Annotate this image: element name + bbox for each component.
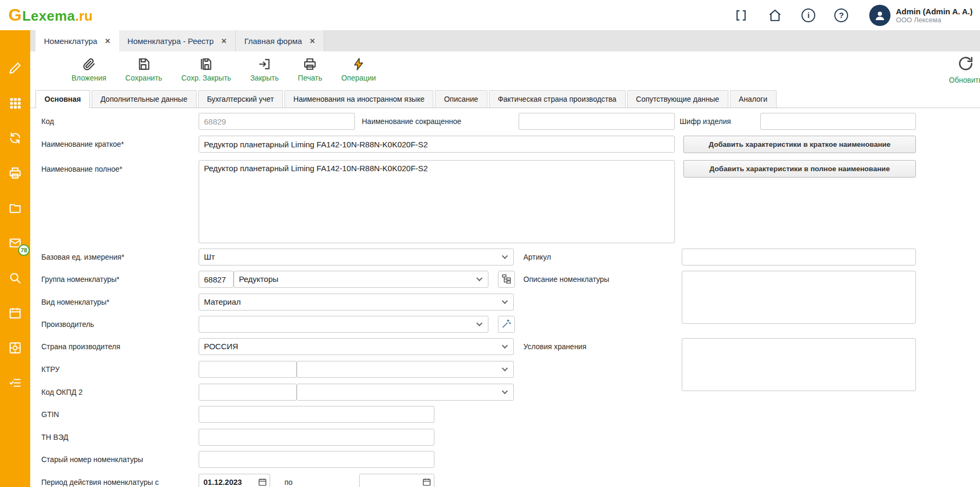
form-tab-soputstvuyushchie-dannye[interactable]: Сопутствующие данные — [627, 90, 728, 108]
sidebar-tasks-button[interactable] — [0, 377, 30, 391]
old-number-input[interactable] — [199, 451, 434, 468]
sidebar-edit-button[interactable] — [0, 62, 30, 76]
help-icon[interactable]: ? — [834, 8, 848, 22]
short-name-input[interactable] — [519, 113, 675, 130]
sidebar-search-button[interactable] — [0, 272, 30, 286]
ktru-code-input[interactable] — [199, 361, 297, 378]
close-tab-icon[interactable]: ✕ — [221, 37, 227, 45]
form-tab-buhgalterskiy-uchet[interactable]: Бухгалтерский учет — [198, 90, 283, 108]
save-button[interactable]: Сохранить — [126, 57, 163, 82]
close-tab-icon[interactable]: ✕ — [309, 37, 315, 45]
form-tab-osnovnaya[interactable]: Основная — [35, 90, 90, 108]
paperclip-icon — [82, 57, 96, 71]
add-characteristics-short-button[interactable]: Добавить характеристики в краткое наимен… — [683, 136, 916, 153]
manufacturer-select[interactable] — [199, 316, 488, 333]
doc-tab-nomenklatura[interactable]: Номенклатура ✕ — [35, 30, 119, 51]
group-label: Группа номенклатуры* — [41, 271, 120, 288]
code-input[interactable] — [199, 113, 355, 130]
doc-tab-glavnaya-forma[interactable]: Главная форма ✕ — [236, 30, 324, 51]
calendar-icon[interactable] — [422, 477, 431, 487]
toolbar: Вложения Сохранить Сохр. Закрыть Закрыть… — [30, 51, 980, 90]
storage-conditions-textarea[interactable] — [682, 338, 916, 391]
sidebar: 78 — [0, 30, 30, 487]
kind-label: Вид номенклатуры* — [41, 294, 110, 311]
country-select[interactable]: РОССИЯ — [199, 338, 514, 355]
search-icon — [8, 271, 22, 286]
logo-text: Lexema — [22, 8, 75, 24]
form-tab-dopolnitelnye-dannye[interactable]: Дополнительные данные — [92, 90, 197, 108]
close-button[interactable]: Закрыть — [250, 57, 279, 82]
name-short-input[interactable] — [199, 136, 675, 153]
attachments-button[interactable]: Вложения — [72, 57, 106, 82]
base-unit-value: Шт — [204, 252, 215, 261]
gtin-input[interactable] — [199, 406, 434, 423]
sidebar-print-button[interactable] — [0, 167, 30, 181]
form-tab-opisanie[interactable]: Описание — [435, 90, 487, 108]
chevron-down-icon — [502, 298, 507, 304]
magic-wand-icon — [501, 318, 512, 331]
gear-box-icon — [8, 341, 22, 356]
close-tab-icon[interactable]: ✕ — [105, 37, 111, 45]
manufacturer-label: Производитель — [41, 316, 94, 333]
operations-button[interactable]: Операции — [341, 57, 376, 82]
form-tab-analogi[interactable]: Аналоги — [730, 90, 777, 108]
forms-icon[interactable] — [734, 8, 749, 23]
sync-icon — [8, 131, 22, 146]
sidebar-documents-button[interactable] — [0, 202, 30, 216]
tnved-input[interactable] — [199, 429, 434, 446]
country-value: РОССИЯ — [204, 342, 238, 351]
sidebar-sync-button[interactable] — [0, 132, 30, 146]
folder-icon — [8, 201, 22, 216]
refresh-icon — [958, 56, 974, 74]
sidebar-calendar-button[interactable] — [0, 307, 30, 321]
user-org: ООО Лексема — [896, 16, 973, 24]
save-icon — [137, 57, 150, 71]
manufacturer-wizard-button[interactable] — [498, 316, 515, 333]
form-tabs: Основная Дополнительные данные Бухгалтер… — [30, 90, 980, 108]
info-icon[interactable]: i — [801, 8, 815, 22]
user-text: Admin (Admin A. A.) ООО Лексема — [896, 7, 973, 24]
name-full-textarea[interactable]: Редуктор планетарный Liming FA142-10N-R8… — [199, 160, 675, 243]
group-tree-button[interactable] — [498, 271, 515, 288]
print-label: Печать — [298, 74, 322, 82]
home-icon[interactable] — [768, 8, 782, 23]
nomenclature-description-textarea[interactable] — [682, 271, 916, 324]
calendar-icon[interactable] — [258, 477, 267, 487]
printer-icon — [303, 57, 317, 71]
article-input[interactable] — [682, 249, 916, 265]
add-characteristics-full-button[interactable]: Добавить характеристики в полное наимено… — [683, 160, 916, 178]
name-full-label: Наименование полное* — [41, 160, 122, 174]
kind-value: Материал — [204, 297, 241, 306]
form-tab-strana-proizvodstva[interactable]: Фактическая страна производства — [489, 90, 626, 108]
sidebar-settings-button[interactable] — [0, 342, 30, 356]
refresh-button[interactable]: Обновить — [941, 56, 980, 84]
ktru-select[interactable] — [297, 361, 514, 378]
group-select[interactable]: Редукторы — [234, 271, 488, 288]
form-tab-inostrannye-naimenovaniya[interactable]: Наименования на иностранном языке — [284, 90, 433, 108]
save-close-button[interactable]: Сохр. Закрыть — [181, 57, 231, 82]
group-code-input[interactable] — [199, 271, 234, 288]
okpd2-select[interactable] — [297, 384, 514, 401]
chevron-down-icon — [502, 365, 507, 371]
okpd2-code-input[interactable] — [199, 384, 297, 401]
print-button[interactable]: Печать — [298, 57, 322, 82]
user-name: Admin (Admin A. A.) — [896, 7, 973, 16]
base-unit-select[interactable]: Шт — [199, 249, 514, 265]
nomenclature-description-label: Описание номенклатуры — [523, 271, 609, 288]
cipher-input[interactable] — [760, 113, 916, 130]
kind-select[interactable]: Материал — [199, 294, 514, 311]
doc-tab-nomenklatura-reestr[interactable]: Номенклатура - Реестр ✕ — [119, 30, 236, 51]
group-value: Редукторы — [239, 275, 279, 284]
chevron-down-icon — [476, 275, 482, 281]
lexema-logo[interactable]: G Lexema .ru — [8, 5, 93, 25]
chevron-down-icon — [502, 388, 507, 394]
base-unit-label: Базовая ед. измерения* — [41, 249, 124, 265]
sidebar-mail-button[interactable]: 78 — [0, 237, 30, 251]
code-label: Код — [41, 113, 54, 130]
short-name-label: Наименование сокращенное — [362, 113, 461, 130]
period-to-datebox — [359, 474, 434, 487]
user-menu[interactable]: Admin (Admin A. A.) ООО Лексема — [869, 5, 973, 26]
sidebar-modules-button[interactable] — [0, 97, 30, 111]
logo-tld-text: .ru — [75, 8, 93, 24]
checklist-icon — [8, 376, 22, 391]
